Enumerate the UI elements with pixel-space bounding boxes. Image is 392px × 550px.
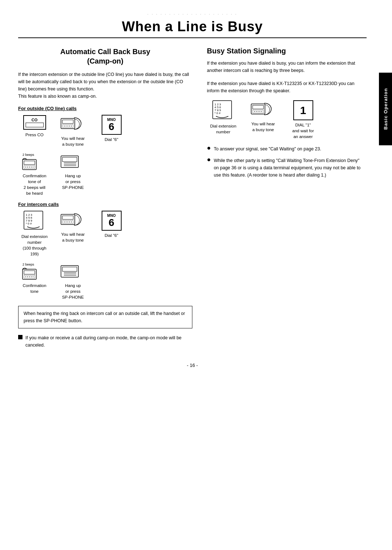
svg-text:* 0 #: * 0 # bbox=[215, 112, 221, 115]
svg-rect-58 bbox=[253, 105, 264, 109]
svg-point-63 bbox=[260, 111, 260, 112]
hangup-icon-2 bbox=[60, 262, 86, 281]
bss-bullet-1: ● To answer your signal, see "Call Waiti… bbox=[207, 145, 363, 153]
svg-point-64 bbox=[261, 111, 262, 112]
bss-step-row: 1 2 3 4 5 6 7 8 9 * 0 # Dial extensionnu… bbox=[207, 100, 363, 139]
bullet-dot-1: ● bbox=[207, 145, 211, 153]
co-confirm-label: Confirmationtone of2 beeps willbe heard bbox=[23, 173, 46, 196]
svg-rect-40 bbox=[24, 271, 35, 274]
beeps-icon-2: 2 beeps bbox=[22, 262, 47, 281]
svg-point-10 bbox=[71, 126, 72, 126]
left-intro: If the intercom extension or the outside… bbox=[18, 71, 192, 100]
svg-rect-2 bbox=[26, 123, 44, 127]
intercom-hangup-step: Hang upor pressSP-PHONE bbox=[57, 262, 89, 300]
co-step-row-2: 2 beeps Confirmationtone of2 beeps w bbox=[18, 152, 192, 196]
sq-bullet-item: If you make or receive a call during cam… bbox=[18, 334, 192, 349]
mno6-icon-2: MNO 6 bbox=[102, 211, 122, 231]
bss-busy-step: You will heara busy tone bbox=[247, 100, 279, 133]
svg-point-17 bbox=[29, 167, 30, 167]
left-column: Automatic Call Back Busy (Camp-on) If th… bbox=[18, 47, 192, 352]
svg-point-16 bbox=[27, 167, 28, 167]
svg-point-33 bbox=[64, 222, 65, 222]
svg-point-19 bbox=[33, 167, 33, 167]
right-column: Busy Station Signaling If the extension … bbox=[207, 47, 363, 352]
svg-text:* 0 #: * 0 # bbox=[26, 222, 32, 225]
svg-text:2 beeps: 2 beeps bbox=[23, 263, 34, 266]
side-tab: Basic Operation bbox=[379, 73, 392, 145]
svg-point-43 bbox=[27, 276, 28, 277]
intercom-dial6-label: Dial "6" bbox=[105, 232, 118, 238]
bss-busy-label: You will heara busy tone bbox=[252, 121, 275, 133]
co-press-step: CO Press CO bbox=[18, 115, 51, 138]
co-hangup-label: Hang upor pressSP-PHONE bbox=[62, 173, 84, 190]
bss-dial-label: Dial extensionnumber bbox=[210, 123, 236, 135]
svg-point-9 bbox=[69, 126, 70, 126]
co-button-icon: CO bbox=[23, 115, 46, 130]
left-section-title: Automatic Call Back Busy (Camp-on) bbox=[18, 47, 192, 66]
svg-point-36 bbox=[69, 222, 70, 222]
svg-point-44 bbox=[29, 276, 30, 277]
intercom-busy-label: You will heara busy tone bbox=[61, 231, 85, 243]
svg-text:CO: CO bbox=[31, 118, 37, 122]
svg-point-42 bbox=[25, 276, 26, 277]
svg-rect-4 bbox=[62, 120, 73, 124]
intercom-step-row-2: 2 beeps Confirmationtone bbox=[18, 262, 192, 300]
co-step-row-1: CO Press CO bbox=[18, 115, 192, 147]
sq-bullet-text: If you make or receive a call during cam… bbox=[25, 334, 192, 349]
svg-point-61 bbox=[256, 111, 257, 112]
svg-rect-13 bbox=[24, 161, 35, 165]
co-dial6-step: MNO 6 Dial "6" bbox=[95, 115, 128, 142]
intercom-confirm-label: Confirmationtone bbox=[23, 283, 46, 294]
svg-point-15 bbox=[25, 167, 26, 167]
beeps-icon-1: 2 beeps bbox=[22, 152, 47, 171]
svg-point-45 bbox=[31, 276, 32, 277]
intercom-dial6-step: MNO 6 Dial "6" bbox=[95, 211, 128, 238]
svg-point-62 bbox=[258, 111, 258, 112]
intercom-dial-step: 1 2 3 4 5 6 7 8 9 * 0 # Dial extensionnu… bbox=[18, 211, 51, 257]
right-section-title: Busy Station Signaling bbox=[207, 47, 363, 55]
co-dial6-label: Dial "6" bbox=[105, 137, 118, 142]
co-press-label: Press CO bbox=[25, 132, 44, 138]
bss-dial-step: 1 2 3 4 5 6 7 8 9 * 0 # Dial extensionnu… bbox=[207, 100, 240, 135]
intercom-heading: For intercom calls bbox=[18, 202, 192, 207]
intercom-hangup-label: Hang upor pressSP-PHONE bbox=[62, 283, 84, 300]
svg-rect-31 bbox=[62, 216, 73, 219]
co-busy-step: You will heara busy tone bbox=[57, 115, 89, 147]
note-box: When hearing the ring back on intercom c… bbox=[18, 306, 192, 328]
svg-rect-21 bbox=[62, 157, 77, 162]
svg-point-35 bbox=[68, 222, 68, 222]
keypad-icon-1: 1 2 3 4 5 6 7 8 9 * 0 # bbox=[24, 211, 45, 232]
svg-point-46 bbox=[33, 276, 33, 277]
dial1-icon: 1 bbox=[293, 100, 313, 120]
bss-dial1-label: DIAL "1"and wait foran answer bbox=[292, 122, 314, 139]
phone-ring-icon-2 bbox=[60, 211, 86, 230]
page-title: When a Line is Busy bbox=[18, 19, 367, 35]
hangup-icon-1 bbox=[60, 152, 86, 171]
svg-point-6 bbox=[64, 126, 65, 126]
intercom-step-row-1: 1 2 3 4 5 6 7 8 9 * 0 # Dial extensionnu… bbox=[18, 211, 192, 257]
svg-point-7 bbox=[66, 126, 66, 126]
co-heading: For outside (CO line) calls bbox=[18, 106, 192, 111]
intercom-dial-label: Dial extensionnumber(100 through199) bbox=[21, 234, 48, 257]
co-hangup-step: Hang upor pressSP-PHONE bbox=[57, 152, 89, 190]
svg-text:2 beeps: 2 beeps bbox=[23, 153, 34, 157]
right-intro-2: If the extension you have dialed is KX-T… bbox=[207, 80, 363, 94]
svg-point-18 bbox=[31, 167, 32, 167]
bullet-dot-2: ● bbox=[207, 156, 211, 179]
title-divider bbox=[18, 37, 367, 38]
co-busy-label: You will heara busy tone bbox=[61, 136, 85, 147]
svg-point-37 bbox=[71, 222, 72, 222]
svg-point-60 bbox=[254, 111, 255, 112]
phone-ring-icon-1 bbox=[60, 115, 86, 134]
right-intro-1: If the extension you have dialed is busy… bbox=[207, 60, 363, 74]
bss-bullet-2: ● While the other party is setting "Call… bbox=[207, 157, 363, 179]
keypad-icon-bss: 1 2 3 4 5 6 7 8 9 * 0 # bbox=[212, 100, 234, 121]
intercom-confirm-step: 2 beeps Confirmationtone bbox=[18, 262, 51, 294]
phone-ring-icon-bss bbox=[250, 100, 276, 119]
bss-bullet-2-text: While the other party is setting "Call W… bbox=[214, 157, 363, 179]
bss-dial1-step: 1 DIAL "1"and wait foran answer bbox=[287, 100, 319, 139]
page-number: - 16 - bbox=[18, 363, 367, 368]
co-confirm-step: 2 beeps Confirmationtone of2 beeps w bbox=[18, 152, 51, 196]
sq-bullet-dot bbox=[18, 335, 23, 339]
top-decoration: . . . . . . . . . . . . . . . . . . . . … bbox=[18, 11, 367, 15]
